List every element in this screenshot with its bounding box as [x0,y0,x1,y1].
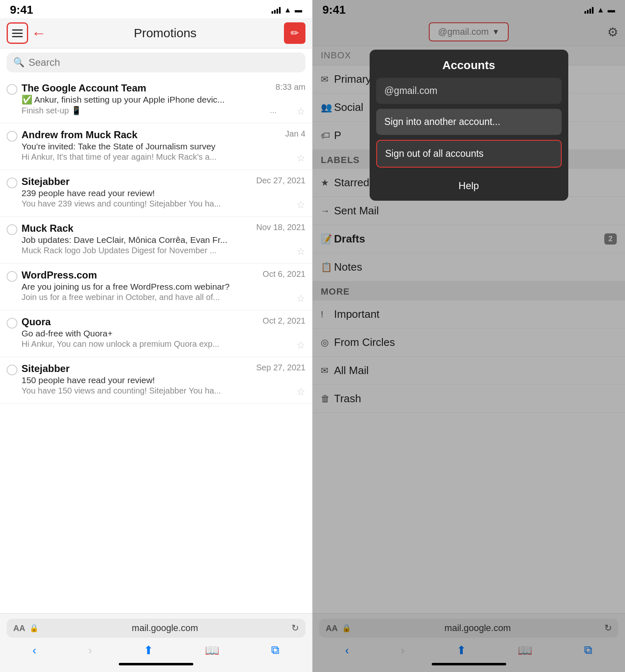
left-time: 9:41 [10,3,33,17]
email-checkbox-0[interactable] [7,84,17,95]
star-icon-3[interactable]: ☆ [296,246,305,257]
email-content-0: The Google Account Team 8:33 am ✅ Ankur,… [22,82,305,117]
left-tabs-button[interactable]: ⧉ [271,643,279,657]
star-icon-6[interactable]: ☆ [296,386,305,398]
email-sender-0: The Google Account Team [22,82,146,94]
hamburger-icon [12,29,23,37]
email-preview-0: Finish set-up 📱 [22,106,253,117]
email-item-6[interactable]: Sitejabber Sep 27, 2021 150 people have … [0,357,312,404]
left-back-button[interactable]: ‹ [33,644,36,657]
email-checkbox-3[interactable] [7,224,17,235]
email-subject-1: You're invited: Take the State of Journa… [22,142,305,151]
current-account-item[interactable]: @gmail.com [376,78,562,104]
email-sender-4: WordPress.com [22,269,97,281]
email-date-6: Sep 27, 2021 [256,363,305,372]
email-content-5: Quora Oct 2, 2021 Go ad-free with Quora+… [22,316,305,351]
star-icon-5[interactable]: ☆ [296,339,305,351]
email-preview-2: You have 239 views and counting! Sitejab… [22,199,253,211]
search-bar[interactable]: 🔍 [7,53,305,72]
email-checkbox-4[interactable] [7,271,17,282]
email-checkbox-2[interactable] [7,178,17,188]
email-preview-6: You have 150 views and counting! Sitejab… [22,386,253,398]
nav-title: Promotions [51,26,279,40]
email-preview-3: Muck Rack logo Job Updates Digest for No… [22,246,253,257]
left-reload-button[interactable]: ↻ [291,623,299,634]
left-browser-bar: AA 🔒 mail.google.com ↻ ‹ › ⬆ 📖 ⧉ [0,613,312,672]
sign-out-label: Sign out of all accounts [385,148,484,159]
compose-icon: ✏ [291,27,299,39]
email-content-3: Muck Rack Nov 18, 2021 Job updates: Dave… [22,223,305,257]
star-icon-0[interactable]: ☆ [296,106,305,117]
left-home-indicator [119,663,193,665]
email-date-5: Oct 2, 2021 [263,316,305,326]
email-date-1: Jan 4 [285,129,305,139]
email-content-1: Andrew from Muck Rack Jan 4 You're invit… [22,129,305,164]
email-subject-4: Are you joining us for a free WordPress.… [22,282,305,292]
sign-into-label: Sign into another account... [385,116,500,127]
email-date-3: Nov 18, 2021 [256,223,305,232]
accounts-modal-overlay: Accounts @gmail.com Sign into another ac… [312,0,625,672]
email-preview-1: Hi Ankur, It's that time of year again! … [22,152,253,164]
accounts-modal: Accounts @gmail.com Sign into another ac… [370,50,568,201]
left-status-bar: 9:41 ▲ ▬ [0,0,312,18]
star-icon-1[interactable]: ☆ [296,152,305,164]
email-preview-5: Hi Ankur, You can now unlock a premium Q… [22,339,253,351]
email-subject-2: 239 people have read your review! [22,188,305,198]
email-list: The Google Account Team 8:33 am ✅ Ankur,… [0,77,312,613]
star-icon-4[interactable]: ☆ [296,293,305,304]
email-subject-5: Go ad-free with Quora+ [22,329,305,338]
email-item-2[interactable]: Sitejabber Dec 27, 2021 239 people have … [0,170,312,217]
arrow-indicator: ← [31,24,46,42]
email-checkbox-5[interactable] [7,318,17,329]
star-icon-2[interactable]: ☆ [296,199,305,211]
email-item-0[interactable]: The Google Account Team 8:33 am ✅ Ankur,… [0,77,312,123]
search-icon: 🔍 [13,57,24,68]
email-item-1[interactable]: Andrew from Muck Rack Jan 4 You're invit… [0,123,312,170]
left-lock-icon: 🔒 [29,624,38,633]
left-forward-button[interactable]: › [88,644,92,657]
email-item-4[interactable]: WordPress.com Oct 6, 2021 Are you joinin… [0,264,312,310]
email-content-6: Sitejabber Sep 27, 2021 150 people have … [22,363,305,398]
battery-icon: ▬ [295,6,302,14]
left-url-bar: AA 🔒 mail.google.com ↻ [7,619,305,638]
more-dots-0: ... [270,106,277,117]
email-sender-2: Sitejabber [22,176,70,187]
compose-button[interactable]: ✏ [284,22,305,44]
left-status-icons: ▲ ▬ [272,6,302,14]
help-label: Help [459,180,479,191]
email-subject-6: 150 people have read your review! [22,375,305,385]
email-sender-1: Andrew from Muck Rack [22,129,137,141]
sign-into-another-button[interactable]: Sign into another account... [376,109,562,135]
email-item-3[interactable]: Muck Rack Nov 18, 2021 Job updates: Dave… [0,217,312,264]
email-sender-5: Quora [22,316,51,328]
sign-out-button[interactable]: Sign out of all accounts [376,140,562,168]
current-account-email: @gmail.com [385,85,438,96]
email-date-0: 8:33 am [276,82,305,92]
signal-icon [272,6,281,14]
right-panel: 9:41 ▲ ▬ @gmail.com ▼ ⚙ Inbox ✉ [312,0,625,672]
email-sender-3: Muck Rack [22,223,73,234]
left-aa-button[interactable]: AA [13,624,25,633]
email-item-5[interactable]: Quora Oct 2, 2021 Go ad-free with Quora+… [0,310,312,357]
left-panel: 9:41 ▲ ▬ ← Promotions ✏ 🔍 [0,0,312,672]
left-browser-nav: ‹ › ⬆ 📖 ⧉ [7,642,305,659]
left-share-button[interactable]: ⬆ [144,643,153,657]
email-preview-4: Join us for a free webinar in October, a… [22,293,253,304]
search-input[interactable] [29,57,299,68]
email-subject-3: Job updates: Dave LeClair, Mônica Corrêa… [22,235,305,245]
menu-button[interactable] [7,22,28,44]
wifi-icon: ▲ [284,6,291,14]
email-date-4: Oct 6, 2021 [263,269,305,279]
email-date-2: Dec 27, 2021 [256,176,305,185]
email-checkbox-1[interactable] [7,131,17,142]
email-sender-6: Sitejabber [22,363,70,374]
accounts-modal-title: Accounts [370,50,568,78]
email-checkbox-6[interactable] [7,365,17,375]
email-content-4: WordPress.com Oct 6, 2021 Are you joinin… [22,269,305,304]
left-bookmarks-button[interactable]: 📖 [205,643,219,657]
email-subject-0: ✅ Ankur, finish setting up your Apple iP… [22,95,305,105]
left-nav-bar: ← Promotions ✏ [0,18,312,48]
email-content-2: Sitejabber Dec 27, 2021 239 people have … [22,176,305,211]
left-url-text: mail.google.com [43,623,287,634]
help-button[interactable]: Help [370,173,568,201]
